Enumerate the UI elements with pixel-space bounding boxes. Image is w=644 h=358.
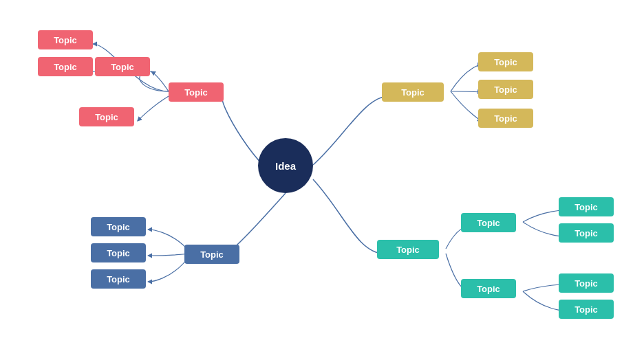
- br-sub1-child1[interactable]: Topic: [559, 197, 614, 216]
- tl-mid-node[interactable]: Topic: [169, 82, 224, 102]
- br-mid-node[interactable]: Topic: [377, 240, 439, 259]
- tl-mid-label: Topic: [184, 87, 208, 98]
- br-sub1[interactable]: Topic: [461, 213, 516, 232]
- tl-child4[interactable]: Topic: [79, 107, 134, 126]
- center-idea-node[interactable]: Idea: [258, 138, 313, 193]
- tr-child3[interactable]: Topic: [478, 109, 533, 128]
- bl-child2[interactable]: Topic: [91, 243, 146, 262]
- bl-child1[interactable]: Topic: [91, 217, 146, 236]
- tr-child1[interactable]: Topic: [478, 52, 533, 71]
- tr-mid-node[interactable]: Topic: [382, 82, 444, 102]
- center-label: Idea: [275, 160, 296, 172]
- br-sub2[interactable]: Topic: [461, 279, 516, 298]
- bl-child3[interactable]: Topic: [91, 269, 146, 289]
- tr-child2[interactable]: Topic: [478, 80, 533, 99]
- tl-child3[interactable]: Topic: [95, 57, 150, 76]
- mindmap-canvas: Idea Topic Topic Topic Topic Topic Topic…: [0, 0, 644, 358]
- br-sub2-child2[interactable]: Topic: [559, 300, 614, 319]
- bl-mid-node[interactable]: Topic: [184, 245, 239, 264]
- connections-svg: [0, 0, 644, 358]
- br-sub2-child1[interactable]: Topic: [559, 273, 614, 293]
- tl-child2[interactable]: Topic: [38, 57, 93, 76]
- tl-child1[interactable]: Topic: [38, 30, 93, 49]
- br-sub1-child2[interactable]: Topic: [559, 223, 614, 243]
